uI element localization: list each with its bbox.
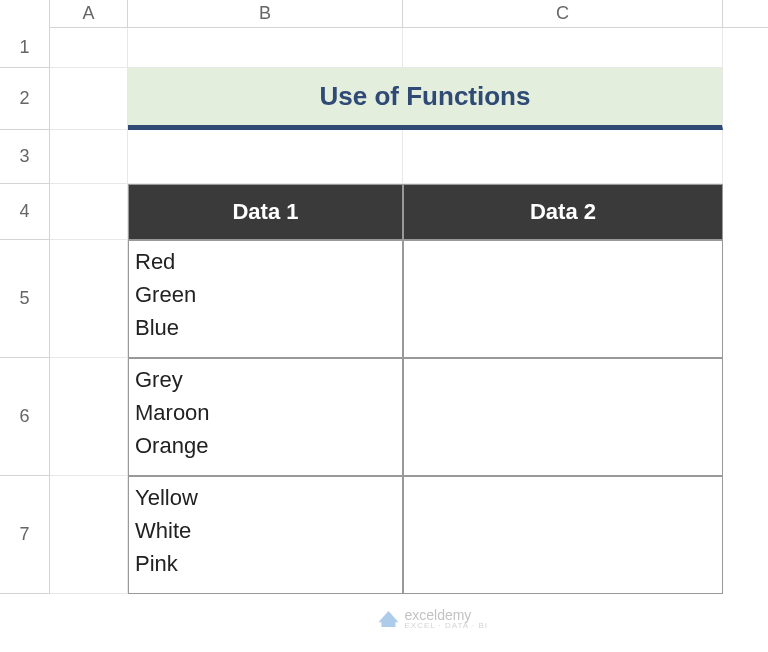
spreadsheet-grid: A B C 1 2 Use of Functions 3 4 Data 1 Da… xyxy=(0,0,768,652)
row-5: 5 Red Green Blue xyxy=(0,240,768,358)
cell-b7[interactable]: Yellow White Pink xyxy=(128,476,403,594)
row-header-2[interactable]: 2 xyxy=(0,68,50,130)
cell-a2[interactable] xyxy=(50,68,128,130)
row-header-7[interactable]: 7 xyxy=(0,476,50,594)
row-2: 2 Use of Functions xyxy=(0,68,768,130)
cell-a7[interactable] xyxy=(50,476,128,594)
row-1: 1 xyxy=(0,28,768,68)
cell-b7-line3: Pink xyxy=(135,547,396,580)
row-3: 3 xyxy=(0,130,768,184)
watermark-name: exceldemy xyxy=(404,608,488,622)
cell-b6-line1: Grey xyxy=(135,363,396,396)
house-icon xyxy=(378,611,398,627)
cell-a1[interactable] xyxy=(50,28,128,68)
cell-b1[interactable] xyxy=(128,28,403,68)
row-header-4[interactable]: 4 xyxy=(0,184,50,240)
cell-b5-line2: Green xyxy=(135,278,396,311)
cell-c3[interactable] xyxy=(403,130,723,184)
row-header-6[interactable]: 6 xyxy=(0,358,50,476)
cell-c7[interactable] xyxy=(403,476,723,594)
cell-b5[interactable]: Red Green Blue xyxy=(128,240,403,358)
watermark-tagline: EXCEL · DATA · BI xyxy=(404,622,488,630)
cell-b6-line3: Orange xyxy=(135,429,396,462)
row-header-5[interactable]: 5 xyxy=(0,240,50,358)
cell-b5-line3: Blue xyxy=(135,311,396,344)
watermark: exceldemy EXCEL · DATA · BI xyxy=(378,608,488,630)
row-header-3[interactable]: 3 xyxy=(0,130,50,184)
cell-b6[interactable]: Grey Maroon Orange xyxy=(128,358,403,476)
cell-c6[interactable] xyxy=(403,358,723,476)
col-header-a[interactable]: A xyxy=(50,0,128,27)
col-header-c[interactable]: C xyxy=(403,0,723,27)
row-4: 4 Data 1 Data 2 xyxy=(0,184,768,240)
header-data1[interactable]: Data 1 xyxy=(128,184,403,240)
cell-b5-line1: Red xyxy=(135,245,396,278)
cell-c1[interactable] xyxy=(403,28,723,68)
cell-b6-line2: Maroon xyxy=(135,396,396,429)
row-header-1[interactable]: 1 xyxy=(0,28,50,68)
cell-a6[interactable] xyxy=(50,358,128,476)
cell-a3[interactable] xyxy=(50,130,128,184)
column-headers-row: A B C xyxy=(0,0,768,28)
row-6: 6 Grey Maroon Orange xyxy=(0,358,768,476)
cell-a5[interactable] xyxy=(50,240,128,358)
cell-b3[interactable] xyxy=(128,130,403,184)
title-cell[interactable]: Use of Functions xyxy=(128,68,723,130)
cell-b7-line2: White xyxy=(135,514,396,547)
col-header-b[interactable]: B xyxy=(128,0,403,27)
row-7: 7 Yellow White Pink xyxy=(0,476,768,594)
header-data2[interactable]: Data 2 xyxy=(403,184,723,240)
cell-b7-line1: Yellow xyxy=(135,481,396,514)
cell-c5[interactable] xyxy=(403,240,723,358)
watermark-text: exceldemy EXCEL · DATA · BI xyxy=(404,608,488,630)
select-all-corner[interactable] xyxy=(0,0,50,28)
cell-a4[interactable] xyxy=(50,184,128,240)
